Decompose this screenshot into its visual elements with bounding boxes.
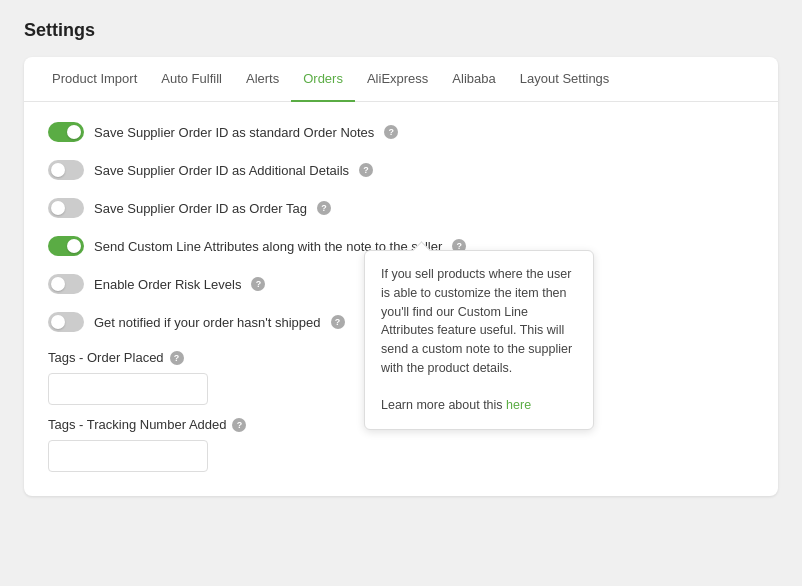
tooltip-learn-more: Learn more about this xyxy=(381,398,506,412)
settings-content: Save Supplier Order ID as standard Order… xyxy=(24,102,778,496)
setting-label-5: Enable Order Risk Levels xyxy=(94,277,241,292)
tooltip-link[interactable]: here xyxy=(506,398,531,412)
toggle-order-not-shipped[interactable] xyxy=(48,312,84,332)
help-icon-tags-tracking[interactable]: ? xyxy=(232,418,246,432)
toggle-custom-line-attributes[interactable] xyxy=(48,236,84,256)
tabs-bar: Product Import Auto Fulfill Alerts Order… xyxy=(24,57,778,102)
toggle-supplier-order-tag[interactable] xyxy=(48,198,84,218)
tab-alibaba[interactable]: Alibaba xyxy=(440,57,507,102)
tab-alerts[interactable]: Alerts xyxy=(234,57,291,102)
tags-tracking-number-input[interactable] xyxy=(48,440,208,472)
page-title: Settings xyxy=(24,20,778,41)
tab-auto-fulfill[interactable]: Auto Fulfill xyxy=(149,57,234,102)
toggle-order-risk-levels[interactable] xyxy=(48,274,84,294)
help-icon-tags-order[interactable]: ? xyxy=(170,351,184,365)
tags-order-placed-input[interactable] xyxy=(48,373,208,405)
tooltip-text: If you sell products where the user is a… xyxy=(381,267,572,375)
setting-label-3: Save Supplier Order ID as Order Tag xyxy=(94,201,307,216)
setting-row-1: Save Supplier Order ID as standard Order… xyxy=(48,122,754,142)
toggle-supplier-order-notes[interactable] xyxy=(48,122,84,142)
setting-label-6: Get notified if your order hasn't shippe… xyxy=(94,315,321,330)
help-icon-3[interactable]: ? xyxy=(317,201,331,215)
setting-row-2: Save Supplier Order ID as Additional Det… xyxy=(48,160,754,180)
help-icon-2[interactable]: ? xyxy=(359,163,373,177)
setting-row-3: Save Supplier Order ID as Order Tag ? xyxy=(48,198,754,218)
tab-product-import[interactable]: Product Import xyxy=(40,57,149,102)
help-icon-6[interactable]: ? xyxy=(331,315,345,329)
settings-card: Product Import Auto Fulfill Alerts Order… xyxy=(24,57,778,496)
help-icon-5[interactable]: ? xyxy=(251,277,265,291)
setting-label-1: Save Supplier Order ID as standard Order… xyxy=(94,125,374,140)
toggle-supplier-order-details[interactable] xyxy=(48,160,84,180)
help-icon-1[interactable]: ? xyxy=(384,125,398,139)
tooltip-container: If you sell products where the user is a… xyxy=(364,250,594,430)
tab-orders[interactable]: Orders xyxy=(291,57,355,102)
tab-aliexpress[interactable]: AliExpress xyxy=(355,57,440,102)
tooltip-box: If you sell products where the user is a… xyxy=(364,250,594,430)
setting-label-2: Save Supplier Order ID as Additional Det… xyxy=(94,163,349,178)
tab-layout-settings[interactable]: Layout Settings xyxy=(508,57,622,102)
